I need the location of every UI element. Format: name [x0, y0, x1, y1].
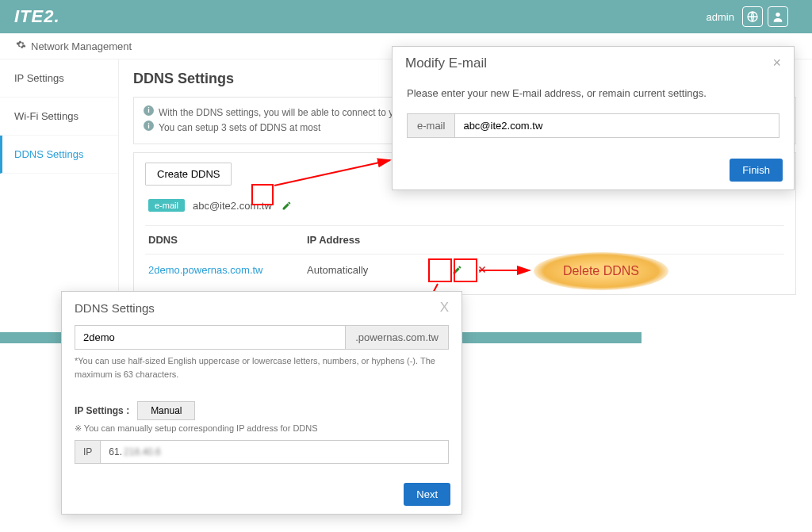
- topbar-right: admin: [707, 6, 788, 27]
- ip-prefix: IP: [75, 441, 101, 463]
- next-button[interactable]: Next: [404, 483, 450, 506]
- ddns-popup-title: DDNS Settings: [75, 301, 155, 315]
- email-row: e-mail abc@ite2.com.tw: [145, 186, 784, 225]
- ip-settings-row: IP Settings : Manual: [75, 401, 449, 420]
- close-icon[interactable]: X: [440, 300, 449, 316]
- modify-email-msg: Please enter your new E-mail address, or…: [407, 87, 779, 99]
- email-text: abc@ite2.com.tw: [193, 200, 272, 212]
- ip-mode: Automatically: [304, 256, 446, 284]
- create-ddns-button[interactable]: Create DDNS: [145, 163, 232, 186]
- email-input[interactable]: [454, 113, 779, 138]
- user-icon[interactable]: [768, 6, 788, 27]
- ip-value[interactable]: 61. 218.40.6: [101, 441, 448, 463]
- callout-text: Delete DDNS: [563, 264, 639, 278]
- manual-button[interactable]: Manual: [137, 401, 195, 420]
- sidebar-item-ip[interactable]: IP Settings: [0, 59, 118, 98]
- svg-point-1: [776, 13, 779, 17]
- ddns-suffix: .powernas.com.tw: [346, 325, 449, 350]
- delete-ddns-callout: Delete DDNS: [534, 252, 668, 290]
- ip-value-blurred: 218.40.6: [124, 446, 161, 457]
- info-icon: i: [144, 121, 154, 131]
- modify-email-panel: Modify E-mail × Please enter your new E-…: [392, 46, 795, 190]
- logo: ITE2.: [14, 6, 60, 27]
- edit-ddns-icon[interactable]: [450, 262, 464, 277]
- gear-icon: [16, 40, 26, 52]
- ddns-link[interactable]: 2demo.powernas.com.tw: [148, 264, 263, 276]
- row-actions: [446, 255, 510, 285]
- ddns-name-input[interactable]: [75, 325, 346, 350]
- delete-ddns-icon[interactable]: [475, 262, 489, 277]
- close-icon[interactable]: ×: [772, 55, 781, 71]
- email-badge: e-mail: [148, 199, 185, 212]
- ip-settings-label: IP Settings :: [75, 405, 129, 416]
- info-line2: You can setup 3 sets of DDNS at most: [159, 121, 320, 136]
- email-input-group: e-mail: [407, 113, 779, 138]
- table-row: 2demo.powernas.com.tw Automatically: [145, 255, 784, 285]
- finish-button[interactable]: Finish: [730, 159, 783, 182]
- table-head: DDNS IP Address: [145, 225, 784, 255]
- ddns-edit-panel: DDNS Settings X .powernas.com.tw *You ca…: [61, 291, 462, 515]
- edit-email-icon[interactable]: [280, 198, 294, 212]
- ip-note: ※ You can manually setup corresponding I…: [75, 423, 449, 434]
- col-ddns: DDNS: [145, 226, 304, 254]
- sidebar: IP Settings Wi-Fi Settings DDNS Settings: [0, 59, 119, 311]
- breadcrumb-text: Network Management: [31, 40, 132, 52]
- sidebar-item-ddns[interactable]: DDNS Settings: [0, 136, 118, 174]
- ddns-hint: *You can use half-sized English uppercas…: [75, 354, 449, 381]
- info-icon: i: [144, 105, 154, 116]
- email-label: e-mail: [407, 113, 454, 138]
- col-ip: IP Address: [304, 226, 446, 254]
- ip-box: IP 61. 218.40.6: [75, 440, 449, 464]
- top-bar: ITE2. admin: [0, 0, 812, 33]
- sidebar-item-wifi[interactable]: Wi-Fi Settings: [0, 98, 118, 136]
- admin-label: admin: [707, 11, 734, 23]
- modify-email-title: Modify E-mail: [405, 55, 487, 71]
- globe-icon[interactable]: [742, 6, 763, 27]
- domain-input-group: .powernas.com.tw: [75, 325, 449, 350]
- ip-value-clear: 61.: [109, 446, 122, 457]
